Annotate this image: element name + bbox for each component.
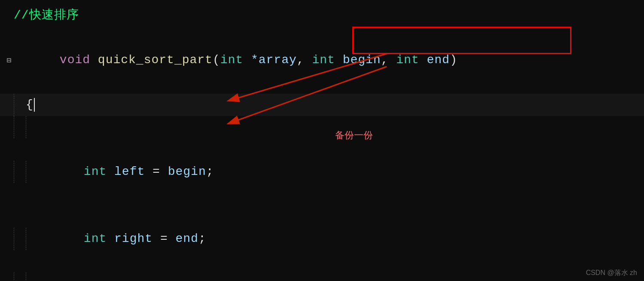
line-func-decl: ⊟ void quick_sort_part(int *array, int b… bbox=[0, 27, 644, 94]
left-decl-text: int left = begin; bbox=[38, 138, 214, 205]
line-comment: //快速排序 bbox=[0, 4, 644, 27]
indent-bar-2 bbox=[14, 116, 26, 138]
indent-bars-0 bbox=[14, 94, 26, 116]
func-decl-text: void quick_sort_part(int *array, int beg… bbox=[14, 27, 458, 94]
right-decl-text: int right = end; bbox=[38, 205, 206, 272]
indent-bar-3 bbox=[26, 116, 38, 138]
line-open-brace: { bbox=[0, 94, 644, 116]
line-blank2 bbox=[0, 272, 644, 281]
indent-bar-5 bbox=[26, 161, 38, 183]
open-brace-text: { bbox=[26, 94, 35, 116]
comment-text: //快速排序 bbox=[14, 4, 79, 27]
line-blank1 bbox=[0, 116, 644, 138]
code-container: //快速排序 ⊟ void quick_sort_part(int *array… bbox=[0, 0, 644, 281]
line-right-decl: int right = end; bbox=[0, 205, 644, 272]
watermark: CSDN @落水 zh bbox=[586, 269, 637, 278]
indent-bar-6 bbox=[14, 228, 26, 250]
indent-bar-7 bbox=[26, 228, 38, 250]
indent-bar-1 bbox=[14, 94, 26, 116]
line-marker-2: ⊟ bbox=[4, 55, 14, 65]
indent-bar-4 bbox=[14, 161, 26, 183]
line-left-decl: int left = begin; bbox=[0, 138, 644, 205]
